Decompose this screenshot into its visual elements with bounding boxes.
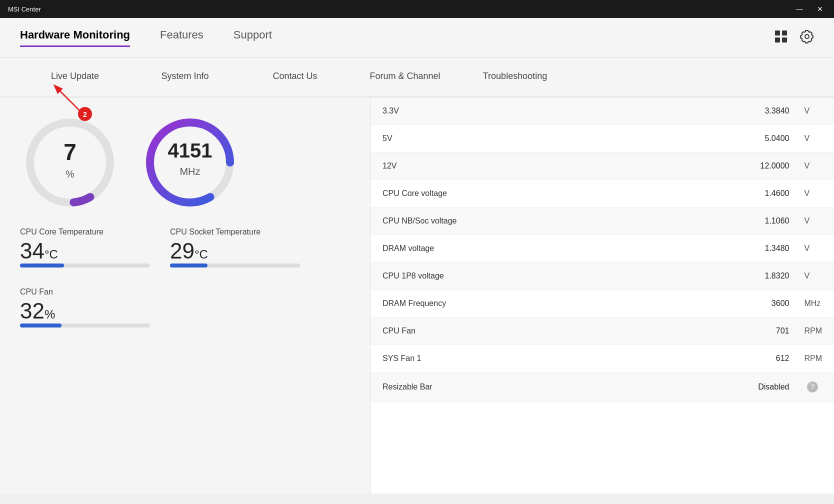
monitor-unit: V <box>801 180 834 208</box>
subnav-live-update[interactable]: Live Update 2 <box>20 66 130 86</box>
monitor-value: 1.4600 <box>646 180 802 208</box>
cpu-core-temp-value: 34°C <box>20 238 150 264</box>
monitor-label: Resizable Bar <box>370 372 646 402</box>
cpu-fan-value: 32% <box>20 298 350 324</box>
monitor-table: 3.3V3.3840V5V5.0400V12V12.0000VCPU Core … <box>370 98 834 402</box>
monitor-label: DRAM voltage <box>370 235 646 262</box>
cpu-core-temp-bar-bg <box>20 264 150 268</box>
cpu-fan-bar-bg <box>20 324 150 328</box>
window-controls: — ✕ <box>793 4 826 14</box>
table-row: 5V5.0400V <box>370 125 834 152</box>
subnav-system-info[interactable]: System Info <box>130 66 240 86</box>
left-panel: 7 % 4151 <box>0 98 370 494</box>
cpu-socket-temp-value: 29°C <box>170 238 300 264</box>
tab-support[interactable]: Support <box>234 28 272 47</box>
table-row: Resizable BarDisabled? <box>370 372 834 402</box>
monitor-value: 1.3480 <box>646 235 802 262</box>
monitor-value: 1.1060 <box>646 208 802 235</box>
cpu-socket-temp-label: CPU Socket Temperature <box>170 228 300 236</box>
help-icon[interactable]: ? <box>807 382 818 392</box>
monitor-label: 3.3V <box>370 98 646 125</box>
monitor-label: 12V <box>370 152 646 180</box>
monitor-value: 3600 <box>646 290 802 318</box>
monitor-value: 3.3840 <box>646 98 802 125</box>
tab-hardware-monitoring[interactable]: Hardware Monitoring <box>20 28 130 47</box>
svg-text:%: % <box>66 168 74 180</box>
table-row: 12V12.0000V <box>370 152 834 180</box>
temperatures-row: CPU Core Temperature 34°C CPU Socket Tem… <box>20 228 350 278</box>
svg-text:4151: 4151 <box>168 140 212 162</box>
sub-nav: Live Update 2 System Info Contact Us For… <box>0 58 834 98</box>
svg-rect-3 <box>782 38 787 42</box>
cpu-core-temp-unit: °C <box>44 248 58 261</box>
subnav-troubleshooting[interactable]: Troubleshooting <box>460 66 570 86</box>
cpu-core-temp-label: CPU Core Temperature <box>20 228 150 236</box>
svg-rect-1 <box>782 30 787 36</box>
table-row: 3.3V3.3840V <box>370 98 834 125</box>
subnav-contact-us[interactable]: Contact Us <box>240 66 350 86</box>
tab-features[interactable]: Features <box>160 28 204 47</box>
monitor-label: CPU Core voltage <box>370 180 646 208</box>
svg-rect-2 <box>775 38 780 42</box>
table-row: CPU NB/Soc voltage1.1060V <box>370 208 834 235</box>
gauges-row: 7 % 4151 <box>20 112 350 212</box>
monitor-label: CPU 1P8 voltage <box>370 262 646 290</box>
monitor-unit: V <box>801 208 834 235</box>
monitor-unit: V <box>801 125 834 152</box>
monitor-label: DRAM Frequency <box>370 290 646 318</box>
table-row: DRAM voltage1.3480V <box>370 235 834 262</box>
monitor-label: SYS Fan 1 <box>370 345 646 372</box>
monitor-value: 5.0400 <box>646 125 802 152</box>
monitor-unit: V <box>801 262 834 290</box>
close-button[interactable]: ✕ <box>814 4 826 14</box>
nav-icons <box>774 30 814 46</box>
monitor-unit: ? <box>801 372 834 402</box>
app-title: MSI Center <box>8 6 41 13</box>
content-area: 7 % 4151 <box>0 98 834 494</box>
right-panel: 3.3V3.3840V5V5.0400V12V12.0000VCPU Core … <box>370 98 834 494</box>
monitor-unit: RPM <box>801 318 834 345</box>
cpu-core-temp-bar <box>20 264 64 268</box>
monitor-label: CPU Fan <box>370 318 646 345</box>
monitor-value: 1.8320 <box>646 262 802 290</box>
subnav-forum-channel[interactable]: Forum & Channel <box>350 66 460 86</box>
table-row: CPU Core voltage1.4600V <box>370 180 834 208</box>
monitor-label: 5V <box>370 125 646 152</box>
monitor-value: 12.0000 <box>646 152 802 180</box>
svg-rect-0 <box>775 30 780 36</box>
settings-button[interactable] <box>800 30 814 46</box>
main-nav-tabs: Hardware Monitoring Features Support <box>20 28 774 47</box>
monitor-unit: MHz <box>801 290 834 318</box>
main-nav: Hardware Monitoring Features Support <box>0 18 834 58</box>
table-row: CPU 1P8 voltage1.8320V <box>370 262 834 290</box>
grid-view-button[interactable] <box>774 30 788 46</box>
cpu-socket-temp-unit: °C <box>194 248 208 261</box>
monitor-unit: RPM <box>801 345 834 372</box>
cpu-core-temp: CPU Core Temperature 34°C <box>20 228 150 268</box>
monitor-label: CPU NB/Soc voltage <box>370 208 646 235</box>
svg-text:7: 7 <box>64 139 76 165</box>
monitor-unit: V <box>801 98 834 125</box>
table-row: DRAM Frequency3600MHz <box>370 290 834 318</box>
cpu-fan-bar <box>20 324 62 328</box>
cpu-fan-label: CPU Fan <box>20 288 350 296</box>
monitor-unit: V <box>801 152 834 180</box>
cpu-usage-gauge: 7 % <box>20 112 120 212</box>
cpu-socket-temp: CPU Socket Temperature 29°C <box>170 228 300 268</box>
title-bar: MSI Center — ✕ <box>0 0 834 18</box>
cpu-fan-section: CPU Fan 32% <box>20 288 350 328</box>
monitor-value: Disabled <box>646 372 802 402</box>
svg-text:MHz: MHz <box>180 166 200 177</box>
monitor-value: 612 <box>646 345 802 372</box>
cpu-socket-temp-bar-bg <box>170 264 300 268</box>
monitor-value: 701 <box>646 318 802 345</box>
table-row: SYS Fan 1612RPM <box>370 345 834 372</box>
cpu-fan-unit: % <box>44 308 55 321</box>
minimize-button[interactable]: — <box>793 4 806 14</box>
monitor-unit: V <box>801 235 834 262</box>
table-row: CPU Fan701RPM <box>370 318 834 345</box>
cpu-socket-temp-bar <box>170 264 208 268</box>
cpu-freq-gauge: 4151 MHz <box>140 112 240 212</box>
